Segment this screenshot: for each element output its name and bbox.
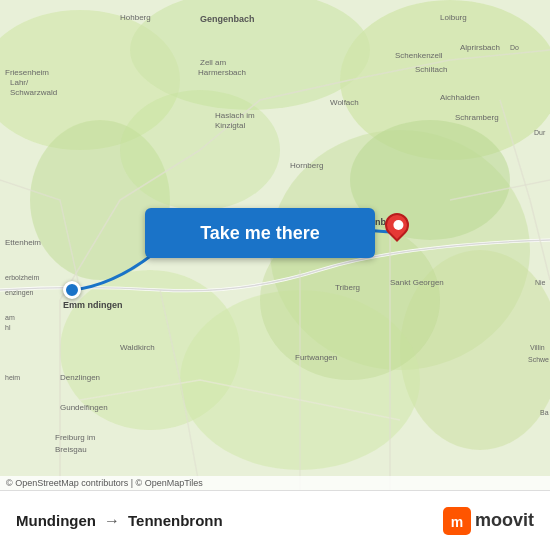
svg-text:Harmersbach: Harmersbach — [198, 68, 246, 77]
svg-text:erbolzheim: erbolzheim — [5, 274, 39, 281]
svg-text:Wolfach: Wolfach — [330, 98, 359, 107]
svg-text:Villin: Villin — [530, 344, 545, 351]
svg-text:heim: heim — [5, 374, 20, 381]
svg-text:Gengenbach: Gengenbach — [200, 14, 255, 24]
svg-text:Freiburg im: Freiburg im — [55, 433, 96, 442]
svg-text:Triberg: Triberg — [335, 283, 360, 292]
svg-text:Ba: Ba — [540, 409, 549, 416]
map-container: Lahr/ Schwarzwald Friesenheim Hohberg Ge… — [0, 0, 550, 490]
svg-text:Hohberg: Hohberg — [120, 13, 151, 22]
svg-text:Breisgau: Breisgau — [55, 445, 87, 454]
destination-marker — [385, 213, 409, 243]
take-me-there-button[interactable]: Take me there — [145, 208, 375, 258]
svg-text:Dur: Dur — [534, 129, 546, 136]
svg-text:Emm ndingen: Emm ndingen — [63, 300, 123, 310]
svg-text:Nie: Nie — [535, 279, 546, 286]
svg-text:Schiltach: Schiltach — [415, 65, 447, 74]
svg-text:Furtwangen: Furtwangen — [295, 353, 337, 362]
svg-text:Schenkenzell: Schenkenzell — [395, 51, 443, 60]
svg-text:Ettenheim: Ettenheim — [5, 238, 41, 247]
origin-label: Mundingen — [16, 512, 96, 529]
svg-text:enzingen: enzingen — [5, 289, 34, 297]
arrow-icon: → — [104, 512, 120, 530]
svg-text:Schramberg: Schramberg — [455, 113, 499, 122]
svg-text:Lahr/: Lahr/ — [10, 78, 29, 87]
moovit-logo: m moovit — [443, 507, 534, 535]
svg-text:Gundelfingen: Gundelfingen — [60, 403, 108, 412]
svg-text:Alprirsbach: Alprirsbach — [460, 43, 500, 52]
svg-text:Hornberg: Hornberg — [290, 161, 323, 170]
svg-text:Sankt Georgen: Sankt Georgen — [390, 278, 444, 287]
origin-marker — [63, 281, 81, 299]
map-attribution: © OpenStreetMap contributors | © OpenMap… — [0, 476, 550, 490]
svg-text:Haslach im: Haslach im — [215, 111, 255, 120]
svg-text:m: m — [451, 514, 463, 530]
footer: Mundingen → Tennenbronn m moovit — [0, 490, 550, 550]
svg-text:Schwe: Schwe — [528, 356, 549, 363]
route-summary: Mundingen → Tennenbronn — [16, 512, 223, 530]
svg-text:Zell am: Zell am — [200, 58, 227, 67]
svg-text:Loiburg: Loiburg — [440, 13, 467, 22]
svg-text:Do: Do — [510, 44, 519, 51]
destination-label: Tennenbronn — [128, 512, 223, 529]
moovit-icon: m — [443, 507, 471, 535]
svg-text:hl: hl — [5, 324, 11, 331]
svg-text:Denzlingen: Denzlingen — [60, 373, 100, 382]
svg-text:Schwarzwald: Schwarzwald — [10, 88, 57, 97]
svg-text:Aichhalden: Aichhalden — [440, 93, 480, 102]
svg-text:Waldkirch: Waldkirch — [120, 343, 155, 352]
svg-text:Kinzigtal: Kinzigtal — [215, 121, 245, 130]
svg-text:Friesenheim: Friesenheim — [5, 68, 49, 77]
moovit-text: moovit — [475, 510, 534, 531]
svg-text:am: am — [5, 314, 15, 321]
